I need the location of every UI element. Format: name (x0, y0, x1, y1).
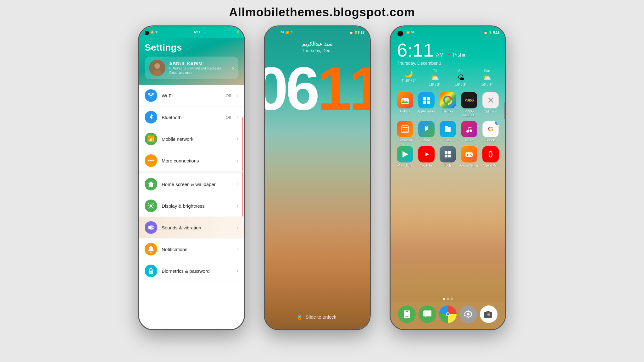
settings-bt-item[interactable]: Bluetooth Off › (139, 107, 244, 128)
home-side-btn[interactable] (504, 102, 506, 119)
home-camera-dot (397, 31, 403, 36)
lock-name-arabic: سيد عبدالكريم (265, 41, 370, 47)
app-youtube[interactable]: YouTube (417, 146, 436, 167)
profile-info: ABDUL KARIM HUAWEI ID, Payment and purch… (169, 61, 228, 75)
notif-arrow-icon: › (237, 246, 238, 252)
settings-home-item[interactable]: Home screen & wallpaper › (139, 173, 244, 195)
gamecenter-label: GameCenter (460, 164, 478, 167)
svg-rect-31 (445, 151, 447, 154)
settings-page-title: Settings (145, 42, 238, 53)
themes-label: Themes (442, 110, 453, 113)
app-pubg[interactable]: PUBG PUBG MOBILE (460, 92, 479, 117)
app-optimizer[interactable]: ✕ Optimizer (481, 92, 500, 117)
optimizer-label: Optimizer (484, 110, 497, 113)
svg-rect-35 (465, 152, 473, 157)
notif-label: Notifications (162, 247, 232, 252)
svg-rect-42 (406, 311, 408, 312)
app-themes[interactable]: Themes (438, 92, 457, 117)
page-dot-3 (451, 298, 453, 300)
weather-sat: Sat 🌤 16° / 3° (448, 69, 474, 86)
maps-icon (418, 121, 435, 137)
bt-icon (145, 111, 157, 123)
gamecenter-icon (461, 146, 477, 162)
bio-icon (145, 265, 157, 277)
weather-icon-3: ⛅ (483, 74, 491, 82)
wifi-icon (145, 89, 157, 102)
app-calculator[interactable]: Calculator (396, 121, 414, 142)
more-icon (145, 154, 157, 167)
pubg-label: PUBG MOBILE (460, 110, 479, 117)
app-maps[interactable]: Maps (417, 121, 436, 142)
settings-more-item[interactable]: More connections › (139, 150, 244, 172)
wifi-arrow-icon: › (237, 93, 238, 98)
calc-label: Calculator (398, 139, 412, 142)
app-files[interactable]: Files (438, 121, 457, 142)
maps-label: Maps (423, 139, 430, 142)
svg-point-5 (153, 160, 154, 162)
playstore-icon (397, 146, 413, 162)
signal-info: 📶 5G (150, 30, 158, 34)
battery-info: 🔋 (236, 30, 240, 34)
home-icon (145, 178, 157, 190)
weather-temp-2: 16° / 3° (455, 83, 466, 86)
wifi-label: Wi-Fi (162, 93, 221, 98)
app-music[interactable]: Music (460, 121, 479, 142)
lock-time-orange: 11 (317, 63, 371, 115)
settings-wifi-item[interactable]: Wi-Fi Off › (139, 85, 244, 107)
files-label: Files (444, 139, 451, 142)
svg-rect-15 (427, 101, 430, 104)
home-status-bar: 📶 5G ⏰ 🔋 6:11 (391, 26, 505, 38)
slide-to-unlock[interactable]: 🔒 Slide to unlock (265, 314, 370, 320)
mobile-label: Mobile network (162, 136, 232, 142)
dock-phone-icon[interactable] (398, 305, 416, 323)
settings-bio-item[interactable]: Biometrics & password › (139, 260, 244, 282)
settings-notif-item[interactable]: Notifications › (139, 239, 244, 260)
dock-chrome-icon[interactable] (439, 305, 457, 323)
lock-date: Thursday, Dec.. (265, 48, 370, 53)
settings-sound-item[interactable]: Sounds & vibration › (139, 217, 244, 239)
app-google[interactable]: G 1 Google (481, 121, 500, 142)
google-label: Google (486, 139, 496, 142)
lock-signal: 5G📶24 (280, 31, 293, 34)
dock-settings-icon[interactable] (459, 305, 477, 323)
time-status: 6:11 (194, 30, 200, 34)
youtube-icon (418, 146, 435, 162)
page-dot-1 (443, 298, 445, 300)
lock-time-white: 06 (264, 63, 317, 115)
app-playstore[interactable]: Play Store (396, 146, 414, 167)
dock-messages-icon[interactable] (419, 305, 436, 323)
svg-point-20 (405, 129, 406, 130)
app-grid-section: Gallery AppAssistant (391, 90, 505, 296)
google-icon: G 1 (482, 121, 499, 137)
home-clock-section: 6:11 AM 📍 Pishin Thursday, December 3 (391, 38, 505, 66)
opera-icon (482, 146, 499, 162)
weather-row: 🌙 4° 20° / 3° Fri ⛅ 18° / 2° Sat 🌤 16° /… (391, 66, 505, 90)
svg-point-40 (487, 151, 494, 158)
gallery-label: Gallery (400, 110, 410, 113)
app-appassistant[interactable]: AppAssistant (417, 92, 436, 117)
dock-camera-icon[interactable] (480, 305, 497, 323)
page-title: Allmobilethemes.blogspot.com (0, 0, 644, 22)
tools-label: Tools (444, 164, 451, 167)
home-location-pin: 📍 (447, 53, 452, 58)
app-gallery[interactable]: Gallery (396, 92, 414, 117)
app-grid-row1: Gallery AppAssistant (396, 92, 500, 117)
app-gamecenter[interactable]: GameCenter (460, 146, 479, 167)
status-bar: 📶 5G 6:11 🔋 (139, 26, 244, 38)
app-tools[interactable]: Tools (438, 146, 457, 167)
svg-point-26 (466, 130, 469, 133)
svg-rect-34 (448, 155, 451, 157)
appassistant-icon (418, 92, 435, 108)
wifi-value: Off (226, 93, 231, 98)
settings-display-item[interactable]: Display & brightness › (139, 195, 244, 217)
weather-icon-2: 🌤 (458, 74, 464, 82)
calc-icon (397, 121, 413, 137)
bt-label: Bluetooth (162, 115, 221, 120)
settings-mobile-item[interactable]: 📶 Mobile network › (139, 128, 244, 150)
app-opera[interactable]: Opera Mini (481, 146, 500, 167)
gallery-icon (397, 92, 413, 108)
profile-avatar (149, 60, 165, 76)
profile-row[interactable]: ABDUL KARIM HUAWEI ID, Payment and purch… (145, 57, 238, 79)
more-arrow-icon: › (237, 158, 238, 163)
svg-point-46 (488, 314, 490, 315)
